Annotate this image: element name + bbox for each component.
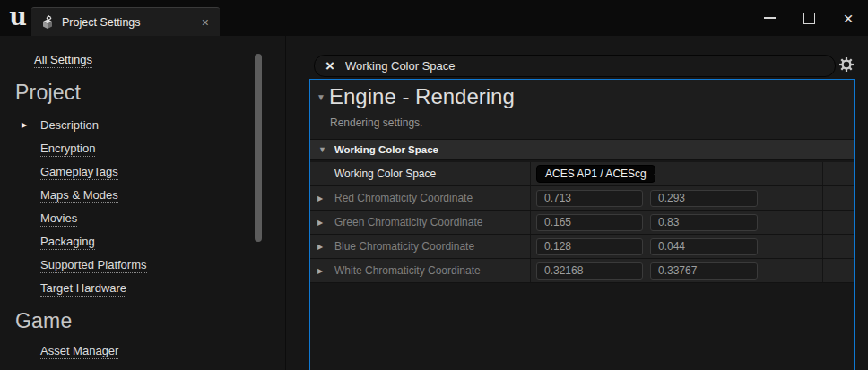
tab-project-settings[interactable]: Project Settings × <box>31 7 220 37</box>
red-x-input[interactable] <box>536 190 643 207</box>
sidebar-item-target-hardware[interactable]: Target Hardware <box>40 281 126 297</box>
expander-icon[interactable]: ▶ <box>317 194 323 202</box>
row-red-chromaticity: ▶ Red Chromaticity Coordinate <box>310 186 854 211</box>
sidebar-item-gameplaytags[interactable]: GameplayTags <box>40 165 118 180</box>
property-table: Working Color Space ACES AP1 / ACEScg ▶ … <box>310 162 854 283</box>
tab-label: Project Settings <box>62 16 141 29</box>
blue-x-input[interactable] <box>536 238 643 255</box>
settings-gear-icon[interactable] <box>838 56 855 73</box>
expander-icon[interactable]: ▶ <box>317 219 323 227</box>
close-icon: × <box>843 10 853 27</box>
green-x-input[interactable] <box>536 214 643 231</box>
settings-search-box[interactable]: × <box>314 55 836 77</box>
sidebar-item-asset-manager[interactable]: Asset Manager <box>40 344 118 359</box>
clear-search-icon[interactable]: × <box>326 58 334 73</box>
window-controls: × <box>760 0 868 36</box>
white-x-input[interactable] <box>536 262 643 280</box>
red-y-input[interactable] <box>650 190 758 207</box>
minimize-icon <box>764 17 776 19</box>
sidebar-item-maps-modes[interactable]: Maps & Modes <box>40 188 118 203</box>
unreal-logo-icon: u <box>6 2 30 30</box>
maximize-icon <box>803 13 815 24</box>
sidebar-scrollbar[interactable] <box>255 54 262 242</box>
color-space-dropdown[interactable]: ACES AP1 / ACEScg <box>536 165 655 183</box>
dropdown-value: ACES AP1 / ACEScg <box>545 168 647 180</box>
sidebar-item-all-settings[interactable]: All Settings <box>34 53 92 68</box>
category-label: Working Color Space <box>334 144 438 155</box>
title-bar: u Project Settings × × <box>0 0 868 36</box>
section-header: ▼ Engine - Rendering Rendering settings. <box>310 80 854 139</box>
minimize-button[interactable] <box>760 9 778 27</box>
sidebar-item-packaging[interactable]: Packaging <box>40 235 95 250</box>
sidebar-heading-game: Game <box>15 309 72 333</box>
property-label: Green Chromaticity Coordinate <box>334 216 482 228</box>
sidebar-heading-project: Project <box>15 81 81 105</box>
category-header-working-color-space[interactable]: ▼ Working Color Space <box>310 139 854 160</box>
row-white-chromaticity: ▶ White Chromaticity Coordinate <box>310 259 854 283</box>
search-input[interactable] <box>343 58 835 73</box>
sidebar-item-movies[interactable]: Movies <box>40 211 77 227</box>
maximize-button[interactable] <box>800 9 818 27</box>
row-working-color-space: Working Color Space ACES AP1 / ACEScg <box>310 162 854 186</box>
sidebar-item-encryption[interactable]: Encryption <box>40 142 95 157</box>
property-label: White Chromaticity Coordinate <box>334 264 481 277</box>
close-button[interactable]: × <box>839 9 857 27</box>
row-blue-chromaticity: ▶ Blue Chromaticity Coordinate <box>310 235 854 259</box>
green-y-input[interactable] <box>650 214 758 231</box>
settings-sidebar: All Settings Project ▶ Description Encry… <box>0 36 286 370</box>
selected-item-arrow-icon: ▶ <box>22 121 27 129</box>
sidebar-item-description[interactable]: Description <box>40 118 99 133</box>
blue-y-input[interactable] <box>650 238 758 255</box>
chevron-down-icon <box>654 171 655 177</box>
sidebar-item-supported-platforms[interactable]: Supported Platforms <box>40 258 147 273</box>
category-collapse-icon: ▼ <box>318 145 326 154</box>
row-green-chromaticity: ▶ Green Chromaticity Coordinate <box>310 211 854 235</box>
property-label: Working Color Space <box>334 168 436 180</box>
section-collapse-icon[interactable]: ▼ <box>317 92 326 102</box>
settings-detail-panel: ▼ Engine - Rendering Rendering settings.… <box>309 79 855 370</box>
expander-icon[interactable]: ▶ <box>317 267 323 275</box>
project-settings-icon <box>40 15 55 30</box>
expander-icon[interactable]: ▶ <box>317 243 323 251</box>
section-title: Engine - Rendering <box>329 84 515 109</box>
property-label: Blue Chromaticity Coordinate <box>334 240 474 253</box>
property-label: Red Chromaticity Coordinate <box>334 192 473 204</box>
white-y-input[interactable] <box>650 262 758 280</box>
section-subtitle: Rendering settings. <box>330 116 422 129</box>
tab-close-icon[interactable]: × <box>202 16 209 29</box>
